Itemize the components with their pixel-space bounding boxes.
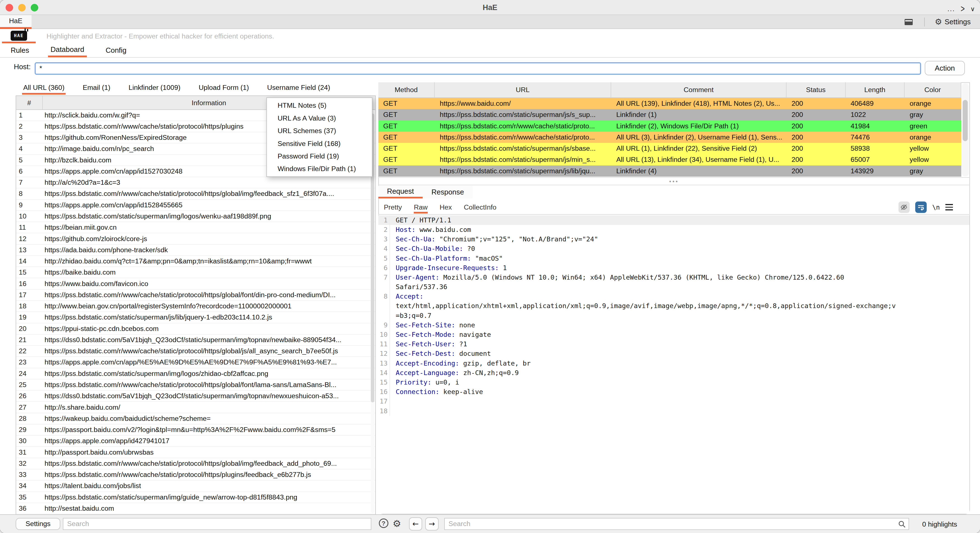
table-row[interactable]: 24https://pss.bdstatic.com/static/superm… (16, 368, 375, 379)
table-row[interactable]: 26https://dss0.bdstatic.com/5aV1bjqh_Q23… (16, 391, 375, 402)
tab-response[interactable]: Response (423, 186, 473, 198)
row-number: 1 (16, 111, 43, 119)
previous-match-button[interactable] (409, 517, 422, 530)
table-row[interactable]: 20https://ppui-static-pc.cdn.bcebos.com (16, 324, 375, 335)
table-settings-button[interactable]: Settings (16, 518, 60, 530)
request-row[interactable]: GEThttps://www.baidu.com/All URL (139), … (378, 98, 961, 109)
hae-logo-icon[interactable]: HAE (11, 31, 27, 41)
raw-request-editor[interactable]: 1GET / HTTP/1.12Host: www.baidu.com3Sec-… (378, 216, 969, 514)
table-row[interactable]: 35https://pss.bdstatic.com/static/superm… (16, 492, 375, 503)
raw-line: 8Accept: (378, 292, 969, 301)
table-row[interactable]: 33https://pss.bdstatic.com/r/www/cache/s… (16, 470, 375, 481)
information-search-input[interactable] (63, 518, 371, 530)
tab-databoard[interactable]: Databoard (48, 43, 87, 57)
tab-raw[interactable]: Raw (414, 201, 428, 214)
table-row[interactable]: 13https://ada.baidu.com/phone-tracker/sd… (16, 245, 375, 256)
table-row[interactable]: 12https://github.com/zloirock/core-js (16, 233, 375, 244)
settings-label: Settings (945, 18, 970, 26)
column-header-url[interactable]: URL (435, 82, 611, 97)
cell-comment: All URL (1), Linkfinder (22), Sensitive … (611, 144, 786, 152)
table-row[interactable]: 14http://zhidao.baidu.com/q?ct=17&amp;pn… (16, 256, 375, 267)
column-header-method[interactable]: Method (378, 82, 435, 97)
column-header-length[interactable]: Length (846, 82, 905, 97)
tab-hex[interactable]: Hex (439, 201, 452, 214)
column-header-comment[interactable]: Comment (611, 82, 786, 97)
table-row[interactable]: 9https://apps.apple.com/cn/app/id1528455… (16, 200, 375, 211)
table-row[interactable]: 18http://www.beian.gov.cn/portal/registe… (16, 301, 375, 312)
table-row[interactable]: 23https://apps.apple.com/cn/app/%E5%AE%9… (16, 357, 375, 368)
host-input[interactable] (35, 62, 921, 75)
line-number: 14 (378, 368, 388, 378)
table-row[interactable]: 19https://pss.bdstatic.com/static/superm… (16, 312, 375, 323)
editor-settings-gear-icon[interactable]: ⚙ (393, 517, 401, 530)
table-row[interactable]: 10https://pss.bdstatic.com/static/superm… (16, 211, 375, 222)
table-row[interactable]: 31http://passport.baidu.com/ubrwsbas (16, 447, 375, 458)
word-wrap-icon[interactable] (915, 201, 927, 213)
request-row[interactable]: GEThttps://pss.bdstatic.com/static/super… (378, 109, 961, 120)
scrollbar-thumb[interactable] (963, 100, 968, 141)
dropdown-menu-item[interactable]: Sensitive Field (168) (267, 137, 372, 150)
request-row[interactable]: GEThttps://pss.bdstatic.com/static/super… (378, 143, 961, 154)
tab-list-dropdown-icon[interactable] (970, 2, 975, 14)
column-header-status[interactable]: Status (786, 82, 846, 97)
table-row[interactable]: 21https://dss0.bdstatic.com/5aV1bjqh_Q23… (16, 335, 375, 346)
table-row[interactable]: 11https://beian.miit.gov.cn (16, 222, 375, 233)
scroll-tabs-right-icon[interactable] (961, 2, 965, 14)
request-table-scrollbar[interactable] (962, 83, 969, 176)
hide-nonprintable-icon[interactable] (899, 201, 910, 213)
table-row[interactable]: 34https://talent.baidu.com/jobs/list (16, 481, 375, 492)
datatype-tab[interactable]: Upload Form (1) (197, 81, 250, 95)
splitter-grip[interactable] (666, 178, 682, 185)
request-row[interactable]: GEThttps://pss.bdstatic.com/static/super… (378, 165, 961, 177)
row-number: 27 (16, 403, 43, 411)
table-row[interactable]: 16https://www.baidu.com/favicon.ico (16, 278, 375, 289)
tab-config[interactable]: Config (103, 43, 129, 57)
dropdown-menu-item[interactable]: URL As A Value (3) (267, 112, 372, 124)
editor-menu-icon[interactable] (945, 204, 953, 210)
table-row[interactable]: 36http://sestat.baidu.com (16, 503, 375, 514)
datatype-tab[interactable]: Email (1) (81, 81, 112, 95)
dropdown-menu-item[interactable]: Windows File/Dir Path (1) (267, 162, 372, 175)
table-row[interactable]: 25https://pss.bdstatic.com/r/www/cache/s… (16, 379, 375, 391)
table-row[interactable]: 22https://pss.bdstatic.com/r/www/cache/s… (16, 346, 375, 357)
help-icon[interactable]: ? (379, 519, 388, 528)
datatype-tab[interactable]: All URL (360) (22, 81, 66, 95)
raw-line: 4Sec-Ch-Ua-Mobile: ?0 (378, 244, 969, 254)
line-number: 11 (378, 339, 388, 349)
table-row[interactable]: 27http://s.share.baidu.com/ (16, 402, 375, 413)
cell-comment: All URL (3), Linkfinder (2), Username Fi… (611, 133, 786, 141)
column-header-color[interactable]: Color (905, 82, 961, 97)
dropdown-menu-item[interactable]: Password Field (19) (267, 150, 372, 162)
more-tabs-icon[interactable] (947, 2, 955, 14)
table-row[interactable]: 8https://pss.bdstatic.com/r/www/cache/st… (16, 188, 375, 200)
token: Sec-Ch-Ua: (396, 235, 435, 243)
request-row[interactable]: GEThttps://pss.bdstatic.com/static/super… (378, 154, 961, 165)
request-row[interactable]: GEThttps://pss.bdstatic.com/r/www/cache/… (378, 121, 961, 132)
table-row[interactable]: 15https://baike.baidu.com (16, 267, 375, 278)
layout-icon[interactable] (905, 19, 913, 25)
tab-request[interactable]: Request (378, 186, 423, 198)
search-icon[interactable] (898, 520, 906, 528)
tab-rules[interactable]: Rules (8, 43, 32, 57)
table-row[interactable]: 7http://a/c%20d?a=1&c=3 (16, 177, 375, 188)
editor-search-input[interactable] (445, 519, 892, 529)
dropdown-menu-item[interactable]: URL Schemes (37) (267, 124, 372, 137)
table-row[interactable]: 28https://wakeup.baidu.com/baidudict/sch… (16, 413, 375, 424)
show-newlines-icon[interactable]: \n (932, 204, 940, 211)
datatype-tab[interactable]: Username Field (24) (266, 81, 331, 95)
request-row[interactable]: GEThttps://pss.bdstatic.com/r/www/cache/… (378, 132, 961, 143)
suite-tab-hae[interactable]: HaE (0, 15, 32, 29)
next-match-button[interactable] (425, 517, 438, 530)
table-row[interactable]: 29https://passport.baidu.com/v2/?login&t… (16, 424, 375, 436)
table-row[interactable]: 17https://pss.bdstatic.com/r/www/cache/s… (16, 290, 375, 301)
column-header-number[interactable]: # (16, 96, 43, 109)
table-row[interactable]: 32https://pss.bdstatic.com/r/www/cache/s… (16, 458, 375, 470)
action-button[interactable]: Action (925, 61, 965, 75)
row-url: https://pss.bdstatic.com/r/www/cache/sta… (43, 190, 375, 198)
settings-button[interactable]: ⚙ Settings (935, 15, 971, 29)
table-row[interactable]: 30https://apps.apple.com/app/id427941017 (16, 436, 375, 447)
datatype-tab[interactable]: Linkfinder (1009) (127, 81, 182, 95)
tab-pretty[interactable]: Pretty (384, 201, 402, 214)
dropdown-menu-item[interactable]: HTML Notes (5) (267, 99, 372, 112)
tab-collectinfo[interactable]: CollectInfo (464, 201, 496, 214)
